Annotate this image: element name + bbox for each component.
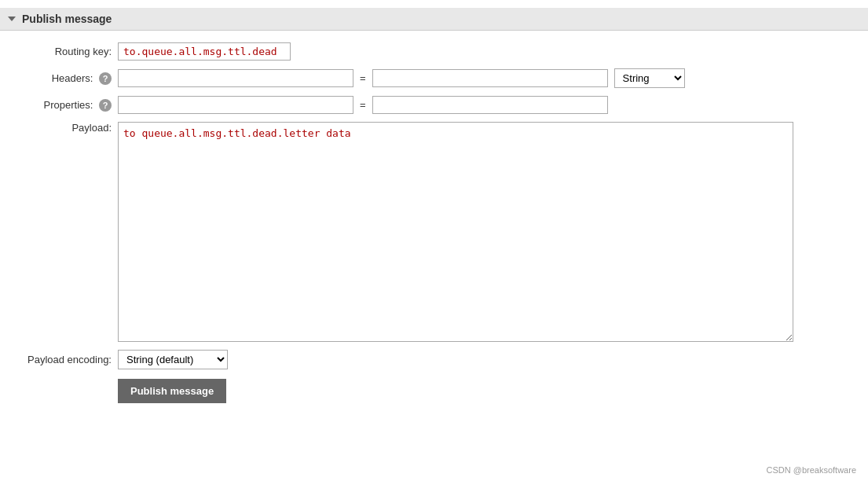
payload-encoding-select[interactable]: String (default) Base64: [118, 350, 228, 369]
page-container: Publish message Routing key: Headers: ? …: [0, 0, 868, 481]
headers-label: Headers: ?: [16, 72, 118, 85]
routing-key-input[interactable]: [118, 42, 291, 61]
publish-button-row: Publish message: [16, 379, 852, 403]
section-title: Publish message: [22, 13, 112, 25]
publish-message-button[interactable]: Publish message: [118, 379, 226, 403]
properties-equals: =: [360, 99, 366, 111]
headers-row: Headers: ? = String Number Boolean: [16, 68, 852, 88]
payload-encoding-row: Payload encoding: String (default) Base6…: [16, 350, 852, 369]
properties-row: Properties: ? =: [16, 96, 852, 114]
headers-help-icon[interactable]: ?: [99, 72, 112, 85]
payload-row: Payload: to queue.all.msg.ttl.dead.lette…: [16, 122, 852, 342]
collapse-triangle-icon: [8, 17, 16, 21]
routing-key-label: Routing key:: [16, 46, 118, 57]
properties-value-input[interactable]: [372, 96, 608, 114]
headers-type-select[interactable]: String Number Boolean: [614, 68, 685, 88]
routing-key-row: Routing key:: [16, 42, 852, 61]
properties-key-input[interactable]: [118, 96, 353, 114]
payload-textarea[interactable]: to queue.all.msg.ttl.dead.letter data: [118, 122, 793, 342]
payload-label: Payload:: [16, 122, 118, 134]
properties-label: Properties: ?: [16, 99, 118, 112]
section-header[interactable]: Publish message: [0, 8, 868, 31]
headers-value-input[interactable]: [372, 69, 608, 87]
page-wrapper: Publish message Routing key: Headers: ? …: [0, 0, 868, 481]
headers-equals: =: [360, 72, 366, 84]
section-body: Routing key: Headers: ? = String Number …: [0, 31, 868, 423]
payload-encoding-label: Payload encoding:: [16, 354, 118, 365]
headers-key-input[interactable]: [118, 69, 353, 87]
properties-inputs: =: [118, 96, 608, 114]
properties-help-icon[interactable]: ?: [99, 99, 112, 112]
headers-inputs: = String Number Boolean: [118, 68, 685, 88]
watermark: CSDN @breaksoftware: [767, 465, 856, 475]
